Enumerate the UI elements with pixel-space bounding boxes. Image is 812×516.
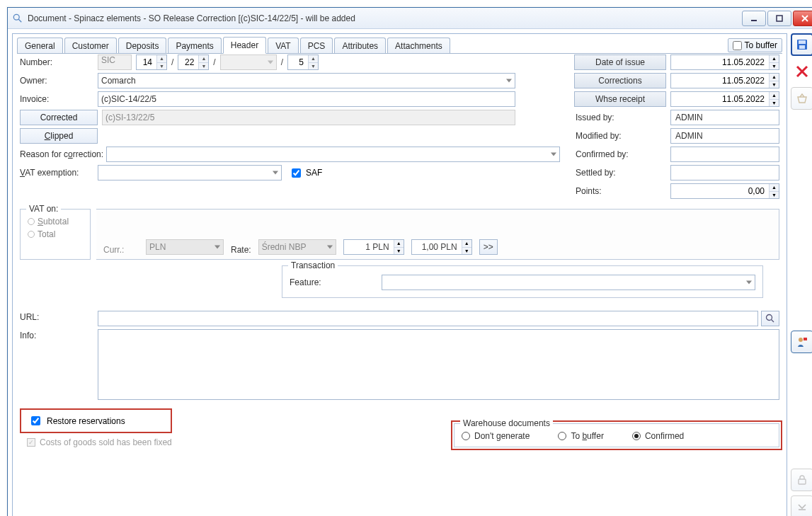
- cogs-fixed-checkbox: ✓ Costs of goods sold has been fixed: [20, 437, 172, 447]
- invoice-input[interactable]: [98, 91, 515, 107]
- document-window: Document - Spinacz elements - SO Release…: [7, 7, 812, 516]
- lock-icon: [796, 474, 808, 486]
- tab-attributes[interactable]: Attributes: [334, 38, 386, 54]
- warehouse-documents-group: Warehouse documents Don't generate To bu…: [454, 423, 779, 447]
- number-series: SIC: [98, 55, 132, 70]
- floppy-icon: [796, 38, 808, 51]
- svg-rect-10: [799, 45, 805, 49]
- corrected-value: [102, 110, 515, 125]
- rate-go-button[interactable]: >>: [479, 239, 498, 255]
- confirmed-by-value: [670, 147, 779, 162]
- to-buffer-checkbox[interactable]: [733, 41, 742, 50]
- saf-checkbox[interactable]: SAF: [289, 166, 322, 180]
- app-icon: [12, 13, 23, 24]
- reason-combo[interactable]: [106, 147, 560, 162]
- modified-by-label: Modified by:: [574, 131, 666, 141]
- reason-label: Reason for correction:: [20, 149, 103, 159]
- number-p3-combo[interactable]: [220, 55, 277, 70]
- tab-vat[interactable]: VAT: [268, 38, 299, 54]
- tab-payments[interactable]: Payments: [168, 38, 221, 54]
- svg-point-0: [13, 14, 19, 20]
- number-label: Number:: [20, 57, 98, 67]
- right-info-panel: Date of issue 11.05.2022▲▼ Corrections 1…: [574, 55, 779, 202]
- currency-band: Curr.: PLN Rate: Średni NBP 1 PLN▲▼ 1,00…: [96, 209, 779, 260]
- feature-combo[interactable]: [382, 275, 755, 290]
- svg-point-13: [799, 338, 803, 342]
- x-icon: [794, 64, 810, 79]
- svg-line-1: [18, 19, 21, 22]
- vat-total-radio: Total: [28, 229, 83, 239]
- info-textarea[interactable]: [98, 329, 779, 400]
- tab-customer[interactable]: Customer: [64, 38, 117, 54]
- to-buffer-toggle[interactable]: To buffer: [728, 38, 782, 52]
- tabs: General Customer Deposits Payments Heade…: [13, 34, 787, 54]
- rate-label: Rate:: [231, 245, 251, 255]
- wh-dont-generate-radio[interactable]: Don't generate: [462, 431, 530, 441]
- to-buffer-label: To buffer: [745, 40, 777, 50]
- url-input[interactable]: [98, 311, 758, 326]
- window-title: Document - Spinacz elements - SO Release…: [28, 13, 740, 23]
- person-button[interactable]: [791, 331, 812, 353]
- tab-attachments[interactable]: Attachments: [387, 38, 450, 54]
- whse-receipt-value[interactable]: 11.05.2022▲▼: [670, 91, 779, 107]
- owner-combo[interactable]: Comarch: [98, 73, 515, 88]
- settled-by-value: [670, 165, 779, 180]
- points-label: Points:: [574, 186, 666, 196]
- side-toolbar: [790, 29, 812, 516]
- whse-receipt-button[interactable]: Whse receipt: [574, 91, 666, 107]
- restore-reservations-highlight: Restore reservations: [20, 408, 172, 433]
- confirmed-by-label: Confirmed by:: [574, 149, 666, 159]
- titlebar: Document - Spinacz elements - SO Release…: [8, 8, 812, 29]
- vat-on-group: VAT on: Subtotal Total: [20, 209, 91, 260]
- modified-by-value: ADMIN: [670, 128, 779, 144]
- minimize-button[interactable]: [742, 11, 766, 26]
- close-button[interactable]: [793, 11, 812, 26]
- tab-pcs[interactable]: PCS: [300, 38, 333, 54]
- basket-button: [791, 87, 812, 110]
- currency-combo[interactable]: PLN: [146, 239, 224, 255]
- vat-subtotal-radio: Subtotal: [28, 217, 83, 227]
- save-button[interactable]: [791, 33, 812, 56]
- person-flag-icon: [796, 336, 808, 348]
- date-of-issue-value[interactable]: 11.05.2022▲▼: [670, 55, 779, 70]
- magnifier-icon: [765, 314, 775, 323]
- svg-line-7: [772, 320, 774, 323]
- url-label: URL:: [20, 311, 98, 322]
- wh-to-buffer-radio[interactable]: To buffer: [558, 431, 604, 441]
- cancel-button[interactable]: [791, 60, 812, 83]
- vat-exemption-label: VAT exemption:: [20, 168, 98, 178]
- svg-rect-3: [777, 16, 782, 21]
- corrections-date-button[interactable]: Corrections: [574, 73, 666, 88]
- tab-header[interactable]: Header: [223, 37, 266, 54]
- rate-from[interactable]: 1 PLN▲▼: [343, 239, 404, 255]
- number-p2-spin[interactable]: 22▲▼: [178, 55, 209, 70]
- corrections-date-value[interactable]: 11.05.2022▲▼: [670, 73, 779, 88]
- svg-rect-14: [804, 338, 807, 340]
- corrected-button[interactable]: Corrected: [20, 110, 98, 125]
- restore-reservations-checkbox[interactable]: Restore reservations: [28, 414, 125, 428]
- info-label: Info:: [20, 329, 98, 340]
- transaction-group: Transaction Feature:: [282, 265, 763, 298]
- owner-label: Owner:: [20, 76, 98, 86]
- number-p4-spin[interactable]: 5▲▼: [287, 55, 319, 70]
- tab-general[interactable]: General: [17, 38, 63, 54]
- date-of-issue-button[interactable]: Date of issue: [574, 55, 666, 70]
- wh-confirmed-radio[interactable]: Confirmed: [632, 431, 684, 441]
- clipped-button[interactable]: CClippedlipped: [20, 128, 98, 144]
- vat-exemption-combo[interactable]: [98, 165, 282, 180]
- collapse-icon: [796, 500, 808, 513]
- points-value[interactable]: 0,00▲▼: [670, 183, 779, 199]
- rate-to[interactable]: 1,00 PLN▲▼: [411, 239, 472, 255]
- url-open-button[interactable]: [761, 311, 779, 326]
- issued-by-label: Issued by:: [574, 113, 666, 122]
- feature-label: Feature:: [290, 277, 382, 287]
- number-p1-spin[interactable]: 14▲▼: [136, 55, 167, 70]
- rate-name-combo[interactable]: Średni NBP: [258, 239, 336, 255]
- curr-label: Curr.:: [103, 245, 139, 255]
- maximize-button[interactable]: [767, 11, 791, 26]
- invoice-label: Invoice:: [20, 94, 98, 104]
- svg-point-6: [767, 315, 772, 321]
- svg-rect-9: [799, 40, 806, 44]
- collapse-button: [791, 495, 812, 516]
- tab-deposits[interactable]: Deposits: [118, 38, 167, 54]
